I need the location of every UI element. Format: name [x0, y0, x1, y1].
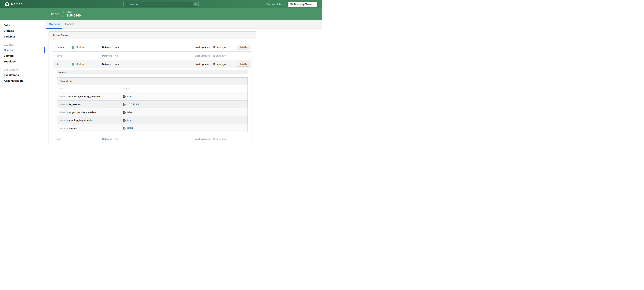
- copy-to-clipboard-icon[interactable]: [123, 103, 126, 106]
- attribute-value-cell: 10.0.20348.1: [123, 103, 248, 106]
- last-updated-label: Last Updated: [195, 63, 210, 66]
- breadcrumb-entity-id: 1c54594b: [66, 14, 81, 18]
- health-status-badge: [72, 46, 74, 49]
- health-status-badge: [72, 63, 74, 66]
- attribute-key: version: [68, 127, 77, 129]
- attributes-rows: driver.iis.directory_security_enabledtru…: [57, 92, 248, 132]
- attribute-prefix: driver.iis.: [59, 103, 68, 106]
- person-circle-icon: [290, 3, 293, 6]
- last-updated-value: 11 days ago: [213, 54, 226, 57]
- details-button[interactable]: details: [237, 45, 250, 50]
- panel-body: dockerHealthyDetectedYesLast Updated11 d…: [49, 39, 256, 145]
- last-updated-value: 11 days ago: [213, 138, 226, 140]
- tab-bar: OverviewMonitor: [45, 20, 322, 29]
- copy-to-clipboard-icon[interactable]: [123, 119, 126, 122]
- nomad-home-link[interactable]: Nomad: [5, 2, 22, 7]
- navbar-right: Documentation Bootstrap Token: [266, 2, 318, 7]
- attribute-value-cell: true: [123, 119, 248, 122]
- jump-to-search[interactable]: /: [124, 2, 198, 7]
- attributes-column-headers: NameValue: [57, 85, 248, 92]
- attribute-prefix: driver.iis.: [59, 95, 68, 98]
- tab-overview[interactable]: Overview: [46, 20, 62, 29]
- sidebar-item-clients[interactable]: Clients: [0, 47, 44, 53]
- breadcrumb-clients-link[interactable]: Clients: [48, 12, 60, 16]
- tab-monitor[interactable]: Monitor: [62, 20, 76, 29]
- driver-name: iis: [57, 63, 72, 66]
- sidebar-group-label-operations: OPERATIONS: [0, 67, 44, 72]
- detected-label: Detected: [102, 46, 112, 48]
- active-item-indicator: [44, 47, 44, 53]
- sidebar-item-administration[interactable]: Administration: [0, 78, 44, 84]
- copy-to-clipboard-icon[interactable]: [123, 111, 126, 114]
- attribute-name-cell: driver.iis.version: [59, 127, 123, 129]
- driver-detected-cell: DetectedNo: [102, 54, 195, 57]
- health-label: Healthy: [76, 63, 84, 66]
- detected-value: Yes: [115, 46, 119, 48]
- attribute-key: udp_logging_enabled: [68, 119, 94, 121]
- driver-detail-section: HealthyIis AttributesNameValuedriver.iis…: [53, 68, 251, 134]
- driver-list: dockerHealthyDetectedYesLast Updated11 d…: [53, 43, 252, 145]
- attribute-key: directory_security_enabled: [68, 95, 100, 98]
- next-row-stub: [53, 143, 251, 145]
- driver-name: exec: [57, 54, 72, 57]
- attribute-prefix: driver.iis.: [59, 111, 68, 114]
- attribute-prefix: driver.iis.: [59, 119, 68, 121]
- attributes-panel: Iis AttributesNameValuedriver.iis.direct…: [56, 77, 248, 132]
- driver-last-updated-cell: Last Updated11 days ago: [195, 46, 235, 48]
- detected-value: No: [115, 54, 118, 57]
- attribute-name-cell: driver.iis.target_websites_enabled: [59, 111, 123, 114]
- attribute-prefix: driver.iis.: [59, 127, 68, 129]
- copy-to-clipboard-icon[interactable]: [123, 127, 126, 129]
- sidebar-item-evaluations[interactable]: Evaluations: [0, 72, 44, 78]
- sidebar-item-variables[interactable]: Variables: [0, 34, 44, 40]
- attribute-key: target_websites_enabled: [68, 111, 97, 114]
- driver-row-iis: iisHealthyDetectedYesLast Updated11 days…: [53, 60, 251, 68]
- sidebar-divider: [2, 66, 42, 66]
- details-button[interactable]: details: [237, 62, 250, 67]
- detected-value: Yes: [115, 63, 119, 66]
- content-area: Driver Status dockerHealthyDetectedYesLa…: [45, 29, 322, 145]
- attribute-name-cell: driver.iis.udp_logging_enabled: [59, 119, 123, 121]
- attribute-name-cell: driver.iis.iis_version: [59, 103, 123, 106]
- breadcrumb-divider: [62, 11, 64, 17]
- sidebar-group-label-cluster: CLUSTER: [0, 43, 44, 47]
- attribute-row: driver.iis.iis_version10.0.20348.1: [57, 100, 248, 108]
- main-area: OverviewMonitor Driver Status dockerHeal…: [45, 20, 322, 145]
- bootstrap-token-button[interactable]: Bootstrap Token: [288, 2, 317, 7]
- search-input[interactable]: [129, 3, 192, 6]
- token-button-label: Bootstrap Token: [294, 3, 312, 6]
- search-icon: [125, 3, 128, 6]
- attribute-value-cell: true: [123, 95, 248, 98]
- attribute-value-text: true: [127, 95, 132, 98]
- detected-label: Detected: [102, 138, 112, 140]
- driver-health-cell: Healthy: [72, 63, 102, 66]
- driver-name: docker: [57, 46, 72, 48]
- sidebar-item-topology[interactable]: Topology: [0, 59, 44, 64]
- documentation-link[interactable]: Documentation: [266, 3, 283, 6]
- driver-health-banner: Healthy: [56, 70, 248, 74]
- breadcrumb: Clients Client 1c54594b: [0, 8, 322, 20]
- copy-to-clipboard-icon[interactable]: [123, 95, 126, 98]
- driver-row-docker: dockerHealthyDetectedYesLast Updated11 d…: [53, 43, 251, 51]
- page-body: JobsStorageVariablesCLUSTERClientsServer…: [0, 20, 322, 145]
- breadcrumb-entity-label: Client: [66, 11, 81, 13]
- driver-detected-cell: DetectedNo: [102, 138, 195, 140]
- driver-last-updated-cell: Last Updated11 days ago: [195, 138, 235, 140]
- attribute-value-text: false: [127, 111, 132, 114]
- detected-label: Detected: [102, 63, 112, 66]
- brand-text: Nomad: [11, 2, 22, 6]
- last-updated-value: 11 days ago: [213, 63, 226, 66]
- sidebar-item-storage[interactable]: Storage: [0, 28, 44, 34]
- health-label: Healthy: [76, 46, 84, 48]
- breadcrumb-client-link[interactable]: Client 1c54594b: [66, 11, 81, 18]
- attribute-row: driver.iis.version0.9.0: [57, 124, 248, 132]
- driver-detected-cell: DetectedYes: [102, 63, 195, 66]
- attribute-key: iis_version: [68, 103, 81, 106]
- attribute-value-cell: false: [123, 111, 248, 114]
- sidebar-item-jobs[interactable]: Jobs: [0, 22, 44, 28]
- driver-row-exec: execDetectedNoLast Updated11 days ago: [53, 51, 251, 60]
- driver-name: java: [57, 138, 72, 140]
- sidebar-item-servers[interactable]: Servers: [0, 53, 44, 59]
- attributes-title: Iis Attributes: [57, 78, 248, 85]
- last-updated-label: Last Updated: [195, 54, 210, 57]
